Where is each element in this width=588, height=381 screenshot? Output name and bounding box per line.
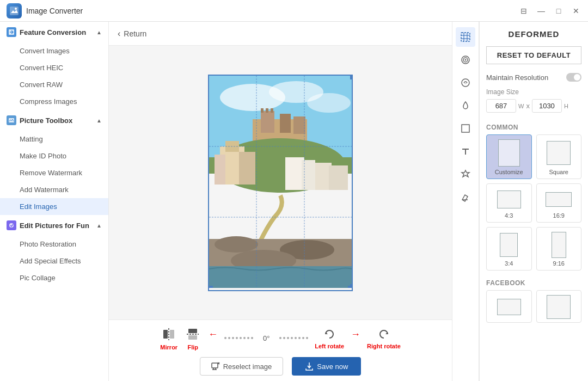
image-preview (209, 76, 352, 288)
sidebar-item-pic-collage[interactable]: Pic Collage (0, 269, 108, 286)
feature-conversion-icon (7, 27, 16, 37)
tool-adjust-button[interactable] (456, 73, 475, 93)
sidebar-item-convert-images[interactable]: Convert Images (0, 42, 108, 59)
svg-rect-11 (280, 114, 291, 133)
svg-rect-20 (239, 152, 255, 185)
svg-rect-23 (302, 160, 315, 190)
svg-rect-0 (10, 7, 19, 15)
preset-fb-2[interactable] (536, 290, 582, 323)
return-bar: ‹ Return (109, 22, 452, 46)
reselect-label: Reselect image (223, 362, 272, 371)
bottom-toolbar: Mirror Flip ← (109, 319, 452, 381)
sidebar-item-make-id-photo[interactable]: Make ID Photo (0, 148, 108, 164)
mirror-button[interactable] (160, 325, 177, 343)
preset-grid-common: Customize Square 4:3 16:9 (480, 134, 588, 271)
minimize-button[interactable]: — (536, 5, 547, 16)
sidebar-item-photo-restoration[interactable]: Photo Restoration (0, 236, 108, 253)
fb-1-box (497, 299, 521, 315)
svg-rect-14 (266, 108, 268, 113)
sidebar-item-matting[interactable]: Matting (0, 131, 108, 148)
feature-conversion-label: Feature Conversion (20, 28, 86, 36)
3-4-label: 3:4 (505, 260, 513, 267)
reselect-button[interactable]: Reselect image (200, 357, 284, 376)
width-label: W (518, 103, 524, 109)
sidebar-item-add-special-effects[interactable]: Add Special Effects (0, 253, 108, 269)
sidebar-item-convert-heic[interactable]: Convert HEIC (0, 59, 108, 76)
sidebar-item-convert-raw[interactable]: Convert RAW (0, 76, 108, 93)
3-4-box (500, 233, 518, 257)
reselect-icon (211, 362, 220, 371)
maximize-button[interactable]: □ (553, 5, 564, 16)
picture-toolbox-label: Picture Toolbox (20, 116, 72, 125)
preset-square[interactable]: Square (536, 134, 582, 179)
preset-fb-1[interactable] (486, 290, 532, 323)
preset-customize[interactable]: Customize (486, 134, 532, 179)
image-width-input[interactable] (486, 99, 516, 113)
flip-button[interactable] (184, 325, 201, 343)
svg-rect-13 (261, 108, 264, 113)
preset-4-3[interactable]: 4:3 (486, 183, 532, 223)
preset-grid-facebook (480, 290, 588, 323)
sidebar-item-edit-images[interactable]: Edit Images (0, 198, 108, 215)
maintain-resolution-label: Maintain Resolution (486, 73, 548, 82)
svg-rect-22 (285, 157, 304, 190)
tool-erase-button[interactable] (456, 187, 475, 207)
image-size-inputs: W x H (486, 99, 581, 113)
tool-deform-button[interactable] (456, 27, 475, 47)
sidebar-section-feature-conversion[interactable]: Feature Conversion ▲ (0, 22, 108, 42)
right-panel-title: DEFORMED (480, 22, 588, 46)
9-16-box (552, 232, 566, 258)
svg-rect-44 (170, 330, 174, 339)
snap-button[interactable]: ⊟ (518, 5, 529, 16)
svg-rect-38 (350, 76, 352, 79)
sidebar: Feature Conversion ▲ Convert Images Conv… (0, 22, 109, 381)
tool-filter-button[interactable] (456, 50, 475, 70)
tool-crop-button[interactable] (456, 119, 475, 138)
editor-area (109, 46, 452, 319)
svg-rect-49 (212, 363, 218, 368)
title-bar: Image Converter ⊟ — □ ✕ (0, 0, 588, 22)
rotation-track-right (279, 337, 308, 339)
svg-rect-15 (271, 108, 273, 113)
maintain-resolution-toggle[interactable] (566, 73, 581, 82)
preset-3-4[interactable]: 3:4 (486, 227, 532, 271)
sidebar-item-add-watermark[interactable]: Add Watermark (0, 181, 108, 198)
svg-rect-43 (163, 330, 168, 339)
image-canvas (208, 75, 353, 291)
left-arrow-icon: ← (208, 329, 218, 340)
sidebar-item-compress-images[interactable]: Compress Images (0, 93, 108, 110)
4-3-box (497, 190, 521, 208)
close-button[interactable]: ✕ (571, 5, 581, 16)
save-button[interactable]: Save now (292, 357, 361, 376)
tool-watermark-button[interactable] (456, 96, 475, 115)
preset-16-9[interactable]: 16:9 (536, 183, 582, 223)
rotation-track-left (224, 337, 253, 339)
9-16-label: 9:16 (553, 260, 565, 267)
tool-sticker-button[interactable] (456, 164, 475, 184)
picture-toolbox-icon (7, 115, 16, 125)
rotation-degree: 0° (260, 334, 273, 342)
reset-to-default-button[interactable]: RESET TO DEFAULT (486, 46, 581, 64)
size-x-separator: x (526, 102, 530, 110)
image-size-label: Image Size (486, 88, 581, 96)
square-label: Square (549, 169, 568, 175)
image-height-input[interactable] (532, 99, 562, 113)
common-section-label: COMMON (480, 119, 588, 134)
right-rotate-button[interactable] (376, 327, 391, 342)
return-label: Return (124, 29, 146, 38)
16-9-thumb (539, 188, 579, 210)
return-button[interactable]: ‹ Return (118, 29, 146, 39)
svg-rect-39 (209, 286, 213, 288)
svg-rect-25 (329, 165, 348, 190)
right-panel: DEFORMED RESET TO DEFAULT Maintain Resol… (479, 22, 588, 381)
preset-9-16[interactable]: 9:16 (536, 227, 582, 271)
svg-rect-59 (462, 125, 469, 132)
content-area: ‹ Return (109, 22, 452, 381)
sidebar-item-remove-watermark[interactable]: Remove Watermark (0, 164, 108, 181)
sidebar-section-edit-pictures[interactable]: Edit Pictures for Fun ▲ (0, 215, 108, 236)
tool-text-button[interactable] (456, 142, 475, 161)
left-rotate-button[interactable] (322, 327, 337, 342)
svg-rect-21 (215, 155, 225, 185)
svg-rect-12 (293, 116, 305, 134)
sidebar-section-picture-toolbox[interactable]: Picture Toolbox ▲ (0, 110, 108, 131)
